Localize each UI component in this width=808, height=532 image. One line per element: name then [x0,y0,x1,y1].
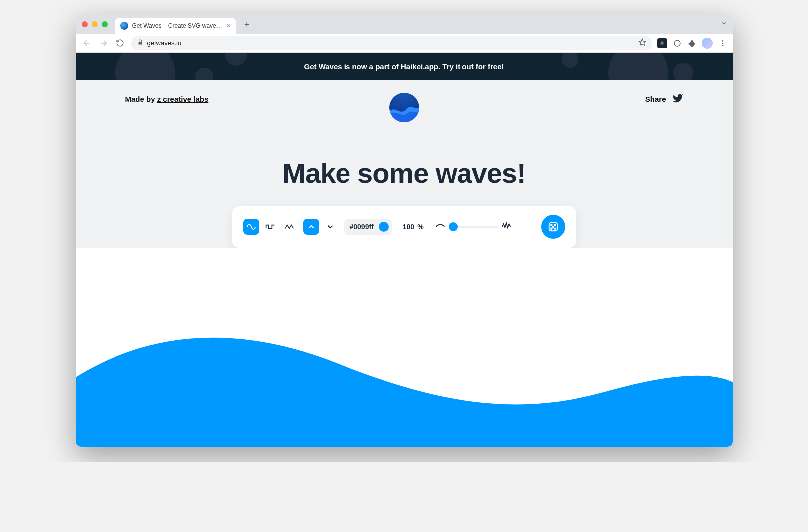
tab-title: Get Waves – Create SVG wave… [132,22,222,29]
made-by: Made by z creative labs [125,95,209,103]
twitter-icon[interactable] [672,93,683,105]
svg-marker-2 [639,39,645,45]
close-window-button[interactable] [82,21,88,27]
complexity-group [435,220,512,233]
bookmark-star-icon[interactable] [638,38,646,48]
randomize-button[interactable] [541,215,565,239]
browser-tab[interactable]: Get Waves – Create SVG wave… ✕ [115,18,236,34]
svg-point-5 [722,42,723,44]
direction-up-button[interactable] [303,219,319,235]
extensions-menu-icon[interactable] [687,38,697,48]
browser-extensions: ⚛ [657,38,728,49]
url-text: getwaves.io [147,39,182,47]
nav-reload-button[interactable] [115,37,126,49]
svg-point-6 [722,45,723,46]
slider-thumb[interactable] [449,222,458,231]
low-complexity-icon [435,220,446,233]
svg-point-9 [554,224,556,226]
direction-down-button[interactable] [322,219,338,235]
favicon-icon [120,22,128,30]
app-logo [389,93,419,122]
wave-preview [76,248,733,447]
made-by-link[interactable]: z creative labs [157,95,209,103]
nav-back-button[interactable] [81,37,93,49]
direction-group [303,219,338,235]
svg-point-11 [550,228,552,229]
wave-shape-group [243,219,297,235]
tab-overflow-icon[interactable] [721,20,728,29]
new-tab-button[interactable]: ＋ [240,17,254,31]
banner-text: Get Waves is now a part of Haikei.app. T… [304,62,504,71]
wave-svg [76,298,733,447]
color-swatch [379,222,389,232]
minimize-window-button[interactable] [92,21,98,27]
svg-point-10 [552,226,554,228]
page-content: Get Waves is now a part of Haikei.app. T… [76,53,733,447]
browser-toolbar: getwaves.io ⚛ [76,34,733,53]
promo-banner: Get Waves is now a part of Haikei.app. T… [76,53,733,80]
maximize-window-button[interactable] [102,21,108,27]
share-label: Share [645,95,666,103]
control-panel: #0099ff 100 % [232,206,576,248]
browser-window: Get Waves – Create SVG wave… ✕ ＋ getwave… [76,15,733,447]
browser-menu-icon[interactable] [718,38,728,48]
profile-avatar-icon[interactable] [702,38,713,49]
svg-point-3 [674,40,680,46]
color-hex: #0099ff [350,223,374,231]
share-block: Share [645,93,683,105]
banner-link[interactable]: Haikei.app [401,62,438,71]
svg-point-4 [722,40,723,42]
opacity-value: 100 [403,223,414,231]
svg-point-8 [550,224,552,226]
lock-icon [137,39,143,47]
window-controls [82,21,108,27]
nav-forward-button[interactable] [98,37,110,49]
address-bar[interactable]: getwaves.io [131,36,652,50]
extension-icon[interactable] [672,38,682,48]
shape-sine-button[interactable] [243,219,259,235]
high-complexity-icon [501,220,512,233]
color-picker[interactable]: #0099ff [344,219,392,235]
complexity-slider[interactable] [449,222,498,232]
shape-square-button[interactable] [262,219,278,235]
extension-react-devtools-icon[interactable]: ⚛ [657,38,667,48]
browser-tabbar: Get Waves – Create SVG wave… ✕ ＋ [76,15,733,34]
page-title: Make some waves! [76,157,733,189]
opacity-unit: % [417,223,423,231]
svg-point-12 [554,228,556,229]
shape-peak-button[interactable] [281,219,297,235]
close-tab-icon[interactable]: ✕ [226,22,231,29]
opacity-input[interactable]: 100 % [398,219,429,235]
